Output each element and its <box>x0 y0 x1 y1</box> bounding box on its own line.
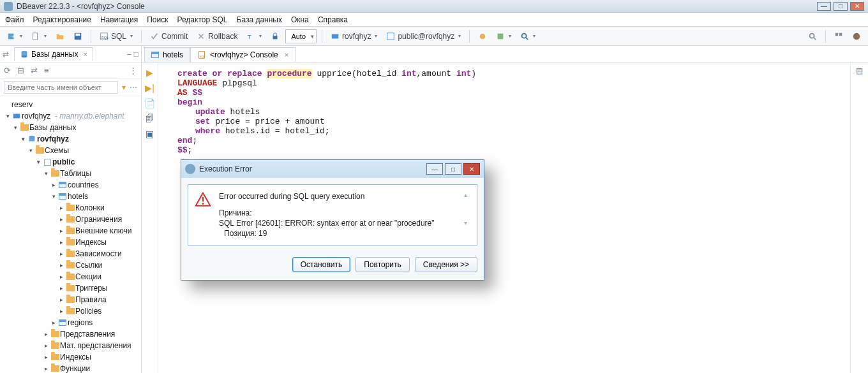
tree-database[interactable]: ▾rovfqhyz <box>0 133 141 145</box>
window-close-button[interactable]: ✕ <box>850 2 864 11</box>
tx-button[interactable]: T▾ <box>243 29 265 43</box>
dialog-minimize-button[interactable]: — <box>426 163 443 175</box>
tree-folder-item[interactable]: ▸Мат. представления <box>0 340 141 351</box>
export-icon[interactable]: ▣ <box>146 129 154 139</box>
search-toolbar-button[interactable]: ▾ <box>517 29 539 43</box>
tree-tables[interactable]: ▾Таблицы <box>0 168 141 179</box>
folder-icon <box>66 296 75 303</box>
tools-button-2[interactable]: ▾ <box>493 29 514 43</box>
outline-icon[interactable]: ▤ <box>856 66 863 75</box>
explain-icon[interactable]: 🗐 <box>146 113 154 124</box>
menu-sql-editor[interactable]: Редактор SQL <box>177 15 227 24</box>
table-icon <box>59 319 66 326</box>
rollback-button[interactable]: Rollback <box>193 29 241 43</box>
tree-folder-item[interactable]: ▸Функции <box>0 363 141 373</box>
tree-databases-group[interactable]: ▾Базы данных <box>0 122 141 133</box>
window-maximize-button[interactable]: □ <box>834 2 848 11</box>
tree-folder-item[interactable]: ▸Колонки <box>0 202 141 214</box>
svg-text:+: + <box>11 33 15 40</box>
app-icon <box>4 2 13 11</box>
sql-editor-button[interactable]: SQLSQL▾ <box>96 29 136 43</box>
maximize-view-icon[interactable]: □ <box>134 50 138 59</box>
dialog-cause-label: Причина: <box>219 208 456 218</box>
dialog-titlebar[interactable]: Execution Error — □ ✕ <box>181 160 484 178</box>
menu-navigation[interactable]: Навигация <box>100 15 138 24</box>
quick-search-button[interactable] <box>805 29 820 43</box>
svg-rect-10 <box>387 33 394 40</box>
tree-folder-item[interactable]: ▸Ссылки <box>0 260 141 271</box>
commit-button[interactable]: Commit <box>147 29 191 43</box>
open-button[interactable] <box>52 29 68 43</box>
svg-point-14 <box>810 33 814 38</box>
retry-button[interactable]: Повторить <box>355 257 410 272</box>
tree-folder-item[interactable]: ▸Представления <box>0 328 141 340</box>
options-icon[interactable]: ⋯ <box>130 83 137 92</box>
svg-rect-27 <box>202 197 204 201</box>
stop-button[interactable]: Остановить <box>292 257 351 272</box>
tree-folder-item[interactable]: ▸Индексы <box>0 237 141 248</box>
menu-edit[interactable]: Редактирование <box>33 15 91 24</box>
connection-combo[interactable]: rovfqhyz▾ <box>327 29 380 43</box>
tools-button-1[interactable] <box>475 29 490 43</box>
tree-folder-item[interactable]: ▸Правила <box>0 294 141 305</box>
lock-button[interactable] <box>267 29 283 43</box>
schema-combo[interactable]: public@rovfqhyz▾ <box>383 29 464 43</box>
filter-icon[interactable]: ≡ <box>44 66 49 75</box>
tree-folder-item[interactable]: ▸Секции <box>0 271 141 282</box>
save-button[interactable] <box>70 29 86 43</box>
dialog-app-icon <box>185 164 195 174</box>
perspective-button[interactable] <box>831 29 846 43</box>
tree-connection[interactable]: ▾rovfqhyz - manny.db.elephant <box>0 110 141 122</box>
menu-help[interactable]: Справка <box>318 15 348 24</box>
tab-hotels[interactable]: hotels <box>144 47 190 62</box>
tree-folder-item[interactable]: ▸Ограничения <box>0 214 141 225</box>
menu-file[interactable]: Файл <box>5 15 24 24</box>
tab-label: <rovfqhyz> Console <box>210 50 278 59</box>
menu-windows[interactable]: Окна <box>291 15 309 24</box>
collapse-icon[interactable]: ⊟ <box>17 66 24 75</box>
close-icon[interactable]: × <box>285 51 288 59</box>
refresh-icon[interactable]: ⟳ <box>4 66 11 75</box>
menu-search[interactable]: Поиск <box>147 15 168 24</box>
tree-table-regions[interactable]: ▸regions <box>0 317 141 328</box>
tree-table-hotels[interactable]: ▾hotels <box>0 191 141 202</box>
tree-folder-item[interactable]: ▸Зависимости <box>0 248 141 260</box>
new-connection-button[interactable]: +▾ <box>4 29 26 43</box>
execute-script-icon[interactable]: ▶| <box>145 83 154 93</box>
execute-icon[interactable]: ▶ <box>146 68 153 78</box>
tx-mode-combo[interactable]: Auto <box>285 29 317 43</box>
window-minimize-button[interactable]: — <box>817 2 831 11</box>
link-icon[interactable]: ⇄ <box>31 66 38 75</box>
folder-icon <box>66 251 75 257</box>
svg-rect-4 <box>76 33 80 36</box>
more-icon[interactable]: ⋮ <box>129 66 137 75</box>
dialog-maximize-button[interactable]: □ <box>445 163 461 175</box>
tree-folder-item[interactable]: ▸Внешние ключи <box>0 225 141 237</box>
dbeaver-icon[interactable] <box>849 29 864 43</box>
svg-text:SQL: SQL <box>101 34 108 39</box>
tree-schemas[interactable]: ▾Схемы <box>0 145 141 156</box>
sidebar-filter-input[interactable] <box>4 81 118 94</box>
tree-table-countries[interactable]: ▸countries <box>0 179 141 191</box>
details-button[interactable]: Сведения >> <box>415 257 477 272</box>
tree-folder-item[interactable]: ▸Индексы <box>0 351 141 363</box>
tree-schema-public[interactable]: ▾public <box>0 156 141 168</box>
schema-label: public@rovfqhyz <box>398 32 454 41</box>
dialog-close-button[interactable]: ✕ <box>463 163 480 175</box>
funnel-icon[interactable]: ▾ <box>122 83 126 92</box>
sidebar-tab-databases[interactable]: Базы данных × <box>14 47 93 61</box>
close-icon[interactable]: × <box>83 50 87 58</box>
new-button[interactable]: ▾ <box>28 29 50 43</box>
minimize-view-icon[interactable]: – <box>127 50 131 59</box>
tree-folder-item[interactable]: ▸Триггеры <box>0 282 141 294</box>
menu-database[interactable]: База данных <box>237 15 282 24</box>
sidebar-link-icon[interactable]: ⇄ <box>3 50 11 59</box>
database-tree[interactable]: reserv ▾rovfqhyz - manny.db.elephant ▾Ба… <box>0 96 141 373</box>
tab-console[interactable]: SQL <rovfqhyz> Console × <box>190 47 296 62</box>
sidebar-tabbar: ⇄ Базы данных × – □ <box>0 46 141 62</box>
execute-statement-icon[interactable]: 📄 <box>144 98 155 108</box>
svg-text:T: T <box>248 33 251 40</box>
folder-icon <box>66 308 75 314</box>
svg-point-13 <box>522 33 527 38</box>
tree-folder-item[interactable]: ▸Policies <box>0 305 141 317</box>
